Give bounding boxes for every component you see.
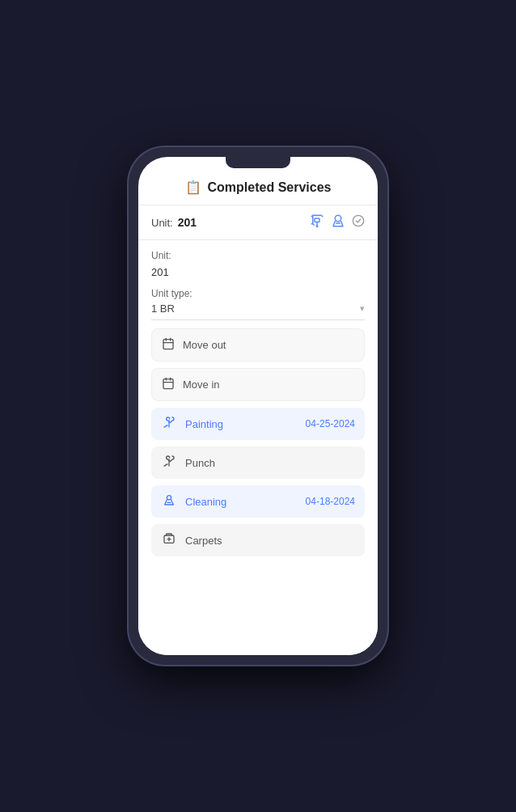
phone-notch (226, 157, 290, 168)
svg-point-4 (353, 215, 363, 226)
calendar-icon-move-in (162, 377, 175, 392)
unit-field-label: Unit: (151, 250, 365, 261)
unit-field-group: Unit: 201 (151, 250, 365, 280)
service-punch-row[interactable]: Punch (151, 446, 365, 479)
move-in-row[interactable]: Move in (151, 368, 365, 401)
unit-type-label: Unit type: (151, 288, 365, 299)
phone-screen: 📋 Completed Services Unit: 201 (138, 157, 378, 655)
unit-type-group[interactable]: Unit type: 1 BR ▾ (151, 288, 365, 320)
unit-bar-label: Unit: 201 (151, 216, 197, 229)
punch-label: Punch (185, 457, 355, 469)
unit-type-value: 1 BR (151, 302, 175, 315)
punch-icon (161, 455, 177, 471)
phone-shell: 📋 Completed Services Unit: 201 (129, 147, 387, 665)
form-area: Unit: 201 Unit type: 1 BR ▾ (138, 240, 378, 655)
svg-rect-9 (163, 379, 173, 389)
painting-label: Painting (185, 418, 298, 430)
move-out-label: Move out (183, 339, 226, 351)
service-carpets-row[interactable]: Carpets (151, 524, 365, 556)
page-header: 📋 Completed Services (138, 168, 378, 205)
svg-point-2 (316, 226, 318, 227)
move-in-label: Move in (183, 379, 220, 391)
clean-icon[interactable] (331, 214, 345, 231)
calendar-icon-move-out (162, 337, 175, 353)
painting-date: 04-25-2024 (306, 418, 355, 429)
service-cleaning-row[interactable]: Cleaning 04-18-2024 (151, 485, 365, 518)
paint-icon[interactable] (310, 214, 324, 231)
cleaning-label: Cleaning (185, 496, 298, 508)
expand-icon[interactable] (352, 214, 365, 230)
svg-point-3 (335, 215, 341, 222)
page-title: Completed Services (208, 180, 332, 195)
cleaning-date: 04-18-2024 (306, 496, 355, 507)
header-icon: 📋 (185, 180, 201, 195)
unit-bar[interactable]: Unit: 201 (138, 205, 378, 240)
carpets-label: Carpets (185, 535, 355, 547)
painting-icon (161, 416, 177, 432)
service-painting-row[interactable]: Painting 04-25-2024 (151, 408, 365, 440)
svg-point-15 (167, 496, 171, 500)
svg-rect-5 (163, 340, 173, 349)
unit-label-text: Unit: (151, 217, 173, 229)
screen-content: 📋 Completed Services Unit: 201 (138, 168, 378, 655)
unit-type-select[interactable]: 1 BR ▾ (151, 302, 365, 320)
unit-bar-icons (310, 214, 365, 231)
select-arrow-icon: ▾ (360, 303, 365, 314)
move-out-row[interactable]: Move out (151, 328, 365, 362)
carpets-icon (161, 532, 177, 548)
unit-field-value: 201 (151, 264, 365, 280)
cleaning-icon (161, 493, 177, 510)
unit-number: 201 (178, 216, 197, 229)
